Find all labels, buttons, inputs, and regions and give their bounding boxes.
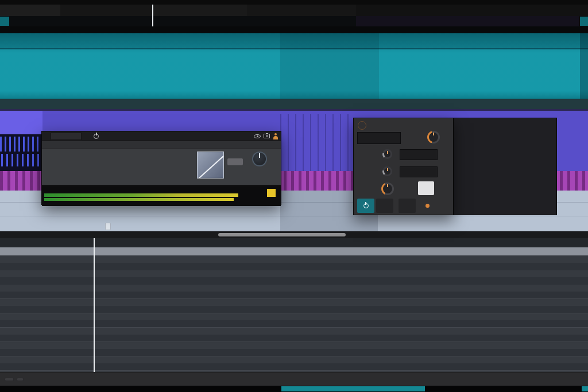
sidechain-gain-knob[interactable] (252, 152, 267, 166)
compressor-nav-row (42, 141, 281, 149)
overview-segment (356, 5, 588, 16)
timing-mode-select[interactable] (400, 166, 438, 177)
modifier-wave-panel (454, 118, 557, 215)
peak-indicator (267, 189, 276, 197)
collapsed-teal-clip[interactable] (0, 17, 9, 26)
arrangement-playhead (152, 5, 153, 26)
gear-icon[interactable] (376, 199, 393, 213)
piano-roll-timeline-ruler[interactable] (0, 238, 588, 247)
bipolar-toggle-button[interactable] (418, 181, 434, 195)
horizontal-scrollbar-track[interactable] (0, 231, 588, 238)
piano-roll-loop-bar[interactable] (0, 247, 588, 256)
phase-knob[interactable] (382, 149, 392, 159)
compression-curve-display[interactable] (197, 152, 224, 178)
overview-segment (0, 5, 60, 16)
bottom-status-strip (0, 386, 588, 392)
controllers-button[interactable] (5, 378, 14, 381)
arrangement-overview-band[interactable] (0, 5, 588, 16)
collapsed-tracks-band[interactable] (0, 16, 588, 26)
clip-beat-ruler[interactable] (0, 99, 588, 110)
compressor-device-window (41, 131, 281, 205)
piano-roll-grid[interactable] (0, 256, 588, 372)
audio-clip-lane[interactable] (0, 33, 588, 99)
depth-knob[interactable] (382, 166, 392, 176)
synth-clip-texture (280, 114, 354, 171)
mini-notes-row (0, 137, 41, 152)
output-level-meter (44, 198, 234, 201)
eye-icon[interactable] (254, 134, 261, 138)
compression-curve (197, 154, 224, 178)
audio-clip-shaded-region (280, 33, 379, 99)
mapping-route-icon[interactable] (418, 199, 435, 213)
device-power-button[interactable] (94, 134, 99, 139)
delete-modifier-button[interactable] (399, 199, 416, 213)
sync-division-select[interactable] (400, 149, 438, 160)
collapsed-clip-area (356, 16, 579, 26)
overview-segment (152, 5, 247, 16)
collapsed-teal-clip[interactable] (580, 17, 588, 26)
horizontal-scrollbar-thumb[interactable] (218, 233, 346, 236)
edit-cursor (94, 238, 95, 372)
synth-clip-segment[interactable] (0, 111, 42, 136)
audio-clip-shaded-region (580, 33, 588, 99)
author-icon[interactable] (273, 133, 278, 139)
compressor-meter (42, 185, 281, 206)
clip-name-label[interactable] (105, 223, 111, 230)
compressor-title-bar[interactable] (42, 131, 281, 141)
sidechain-off-button[interactable] (227, 158, 243, 165)
footer-accent-bar (582, 386, 588, 391)
input-level-meter (44, 193, 238, 197)
rate-knob[interactable] (427, 131, 440, 143)
compressor-body (42, 149, 281, 185)
modifier-power-button[interactable] (357, 199, 374, 213)
track-divider (0, 216, 588, 216)
add-lane-button[interactable] (17, 378, 24, 381)
wave-shape-select[interactable] (357, 132, 401, 144)
ramp-amount-knob[interactable] (381, 183, 394, 195)
mini-notes-clip[interactable] (0, 134, 41, 171)
camera-icon[interactable] (264, 134, 270, 138)
footer-accent-bar (281, 386, 425, 391)
mini-notes-row (1, 154, 41, 166)
top-status-strip (0, 0, 588, 5)
editor-toolbar (0, 372, 588, 386)
sidechain-source-select[interactable] (51, 133, 82, 140)
close-icon[interactable] (358, 121, 366, 130)
modifier-popup (353, 118, 454, 215)
mapping-target-dot (425, 204, 430, 208)
lane-divider (0, 26, 588, 33)
daw-window (0, 0, 588, 392)
